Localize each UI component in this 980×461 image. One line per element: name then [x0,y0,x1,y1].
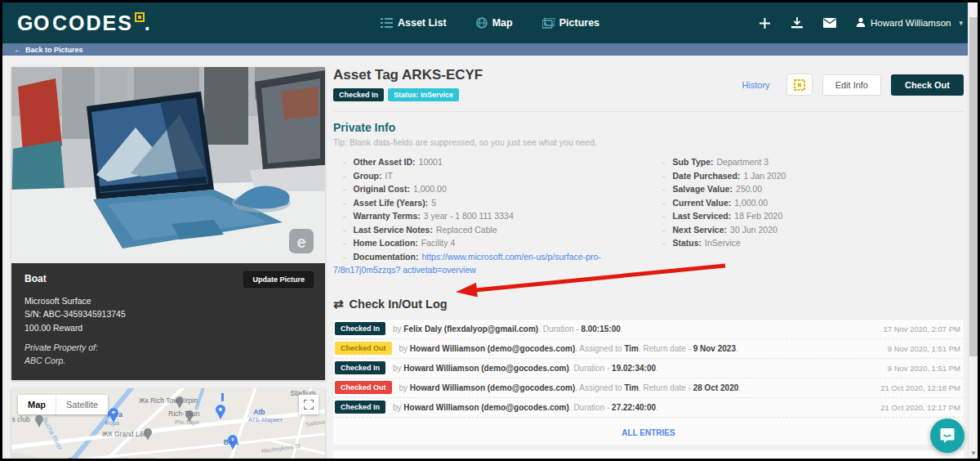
header-actions: History Edit Info Check Out [742,74,964,96]
bullet: - [343,238,346,248]
scrollbar-down-arrow[interactable]: ▼ [969,450,978,457]
log-entry-text: by Howard Williamson (demo@gocodes.com).… [393,403,658,412]
messages-section: Messages [333,450,964,459]
private-info-heading: Private Info [333,121,964,134]
pictures-icon [542,18,555,29]
bullet: - [343,225,346,235]
field-label: Salvage Value: [673,184,733,194]
add-asset-icon[interactable] [758,16,771,29]
bullet: - [343,184,346,194]
info-field: -Warranty Terms:3 year - 1 800 111 3334 [333,209,644,223]
field-value: Replaced Cable [436,225,497,235]
bullet: - [662,184,666,194]
location-map[interactable]: Жк Rich Town Irpin Fora Фора Rich-Taun Р… [11,388,325,459]
bullet: - [662,198,666,208]
bullet: - [343,252,346,262]
download-icon[interactable] [791,16,804,29]
bullet: - [343,157,346,167]
nav-label: Asset List [398,17,447,29]
private-info-left: -Other Asset ID:10001 -Group:IT -Origina… [333,155,644,277]
log-entry-timestamp: 9 Nov 2020, 1:51 PM [888,344,960,353]
asset-model: Microsoft Surface [24,294,312,307]
log-entry-row[interactable]: Checked Out by Howard Williamson (demo@g… [333,339,964,359]
all-entries-link[interactable]: ALL ENTRIES [621,428,675,437]
asset-left-panel: e Boat Update Picture Microsoft Surface … [11,67,325,459]
field-label: Group: [354,171,382,181]
bullet: - [662,238,666,248]
nav-item-asset-list[interactable]: Asset List [381,17,447,29]
info-field: -Asset Life (Years):5 [333,196,644,210]
asset-detail-panel: Asset Tag ARKS-ECYF Checked In Status: I… [333,67,964,459]
field-label: Warranty Terms: [354,211,421,221]
history-link[interactable]: History [742,80,769,90]
info-field: -Last Serviced:18 Feb 2020 [653,209,964,223]
qr-code-icon [135,12,145,22]
field-label: Date Purchased: [673,171,741,181]
log-entry-row[interactable]: Checked Out by Howard Williamson (demo@g… [333,378,964,398]
log-entry-badge: Checked In [335,322,385,335]
log-entry-text: by Felix Daly (flexdalyop@gmail.com). Du… [393,324,623,333]
update-picture-button[interactable]: Update Picture [243,271,314,288]
scrollbar-thumb[interactable] [969,17,978,356]
field-label: Asset Life (Years): [354,198,429,208]
log-entry-row[interactable]: Checked In by Felix Daly (flexdalyop@gma… [333,320,964,339]
log-entry-badge: Checked In [335,401,385,414]
main-nav: Asset List Map Pictures [381,17,599,29]
property-of-label: Private Property of: [24,342,312,355]
map-view-button[interactable]: Map [18,395,56,414]
field-value: 1,000.00 [413,184,447,194]
private-info-grid: -Other Asset ID:10001 -Group:IT -Origina… [333,155,964,277]
field-label: Current Value: [673,198,732,208]
private-info-right: -Sub Type:Department 3 -Date Purchased:1… [653,155,964,277]
field-label: Original Cost: [354,184,410,194]
page-scrollbar[interactable]: ▼ [968,2,978,459]
asset-serial: S/N: ABC-3459345913745 [24,307,312,320]
nav-item-pictures[interactable]: Pictures [542,17,599,29]
back-arrow-icon: ← [14,45,22,54]
mail-icon[interactable] [823,16,836,29]
chat-bubble-icon [939,427,956,444]
gocodes-logo[interactable]: GO CODES . [17,11,150,35]
chat-widget-button[interactable] [930,418,964,453]
bullet: - [343,171,346,181]
field-value: 18 Feb 2020 [734,211,782,221]
log-entry-row[interactable]: Checked In by Howard Williamson (demo@go… [333,359,964,378]
info-field: -Original Cost:1,000.00 [333,182,644,196]
info-field: -Next Service:30 Jun 2020 [653,223,964,237]
bullet: - [662,225,666,235]
back-to-pictures-link[interactable]: Back to Pictures [25,46,83,54]
satellite-view-button[interactable]: Satellite [56,395,108,414]
field-value: 5 [431,198,436,208]
log-entry-timestamp: 21 Oct 2020, 12:17 PM [880,403,960,412]
log-entry-text: by Howard Williamson (demo@gocodes.com).… [399,344,738,353]
edit-info-button[interactable]: Edit Info [822,74,881,96]
log-entry-text: by Howard Williamson (demo@gocodes.com).… [399,383,742,392]
info-field: -Salvage Value:250.00 [653,182,964,196]
nav-item-map[interactable]: Map [476,17,513,29]
field-value: 1 Jan 2020 [743,171,786,181]
log-entry-badge: Checked Out [335,342,392,355]
bullet: - [662,211,666,221]
qr-label-button[interactable] [786,74,813,96]
field-label: Last Service Notes: [354,225,433,235]
field-value: 10001 [419,157,443,167]
field-label: Last Serviced: [673,211,732,221]
breadcrumb-bar: ← Back to Pictures [2,43,978,56]
info-field: -Date Purchased:1 Jan 2020 [653,169,964,183]
fullscreen-icon[interactable] [299,395,318,414]
private-info-tip: Tip: Blank data-fields are suppressed, s… [333,137,964,147]
checkinout-log: Checked In by Felix Daly (flexdalyop@gma… [333,319,964,418]
logo-text-codes: CODES [52,11,133,35]
app-window: GO CODES . Asset List Map Pictures [2,2,978,459]
field-label: Status: [673,238,702,248]
photo-watermark: e [296,233,305,251]
user-menu[interactable]: Howard Williamson ▾ [856,17,963,29]
bullet: - [343,198,346,208]
check-out-button[interactable]: Check Out [891,74,964,96]
status-badge: Status: InService [388,88,459,101]
log-entry-row[interactable]: Checked In by Howard Williamson (demo@go… [333,398,964,418]
all-entries-row: ALL ENTRIES [333,418,964,445]
top-navbar: GO CODES . Asset List Map Pictures [2,2,978,43]
info-field: -Status:InService [653,236,964,250]
laptop-photo-illustration: e [11,67,325,263]
